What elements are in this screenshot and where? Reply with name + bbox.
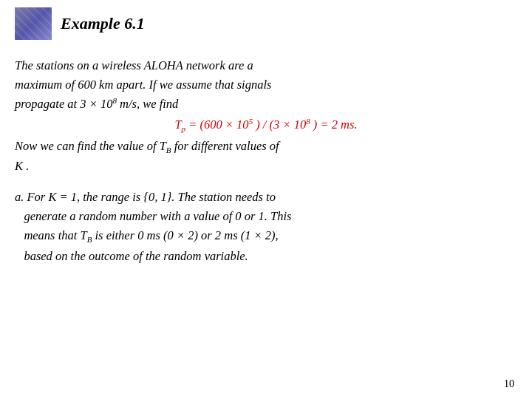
section-a-line2: generate a random number with a value of…	[15, 209, 291, 223]
header: Example 6.1	[15, 7, 517, 43]
main-line1: The stations on a wireless ALOHA network…	[15, 58, 253, 72]
page-number: 10	[504, 378, 514, 390]
formula-Tp: Tp = (600 × 105 ) / (3 × 108 ) = 2 ms.	[174, 117, 357, 132]
tb-sub: B	[166, 146, 171, 154]
section-a-line4: based on the outcome of the random varia…	[15, 249, 248, 263]
main-paragraph: The stations on a wireless ALOHA network…	[15, 56, 517, 113]
main-line3: propagate at 3 × 108 m/s, we find	[15, 97, 178, 111]
main-line5: K .	[15, 159, 29, 173]
section-a: a. For K = 1, the range is {0, 1}. The s…	[15, 188, 517, 266]
page-container: Example 6.1 The stations on a wireless A…	[0, 0, 532, 399]
formula-line: Tp = (600 × 105 ) / (3 × 108 ) = 2 ms.	[15, 115, 517, 135]
main-line2: maximum of 600 km apart. If we assume th…	[15, 78, 271, 92]
section-a-line1: For K = 1, the range is {0, 1}. The stat…	[24, 190, 276, 204]
example-title: Example 6.1	[61, 14, 145, 33]
header-accent-graphic	[15, 7, 52, 40]
section-a-label: a.	[15, 190, 24, 204]
section-a-line3: means that TB is either 0 ms (0 × 2) or …	[15, 228, 279, 242]
main-line4: Now we can find the value of TB for diff…	[15, 139, 279, 153]
main-after-formula: Now we can find the value of TB for diff…	[15, 137, 517, 176]
